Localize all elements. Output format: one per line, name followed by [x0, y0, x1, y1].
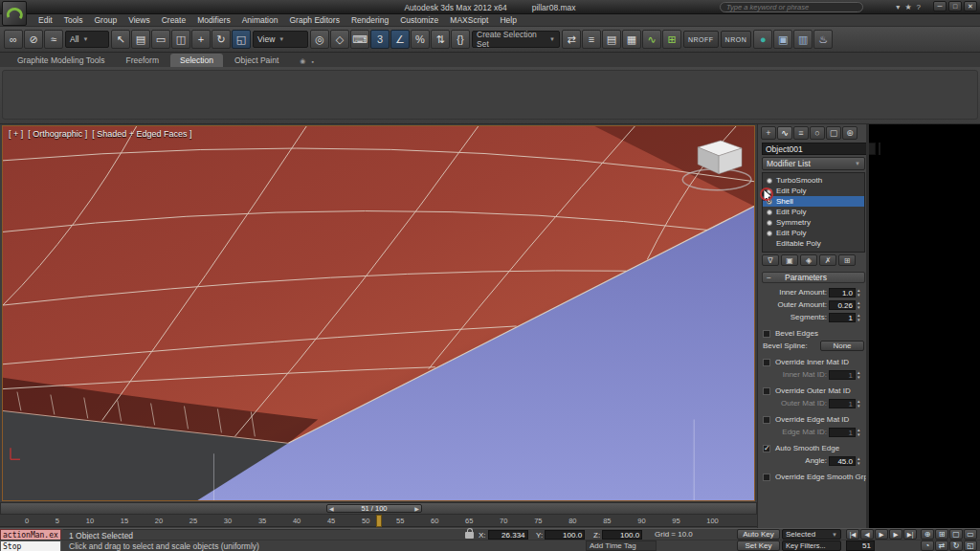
- create-tab-icon[interactable]: +: [761, 126, 776, 140]
- window-crossing-icon[interactable]: ◫: [171, 30, 190, 49]
- named-selection-sets-dropdown[interactable]: Create Selection Set▼: [472, 31, 560, 48]
- search-dropdown-icon[interactable]: ▾: [896, 3, 900, 11]
- nron-button[interactable]: NRON: [721, 31, 752, 48]
- next-frame-button[interactable]: ▶: [889, 529, 902, 540]
- previous-frame-button[interactable]: ◀: [860, 529, 874, 540]
- segments-spinner[interactable]: ▴▾: [858, 313, 864, 322]
- select-object-icon[interactable]: ↖: [111, 30, 130, 49]
- select-and-scale-icon[interactable]: ◱: [232, 30, 251, 49]
- menu-item[interactable]: Views: [122, 14, 156, 27]
- zoom-region-icon[interactable]: ▭: [964, 529, 977, 540]
- minimize-button[interactable]: ─: [933, 1, 947, 11]
- modifier-stack-item[interactable]: Shell: [763, 196, 864, 207]
- time-slider-track[interactable]: ◀ 51 / 100 ▶: [0, 502, 757, 515]
- material-editor-icon[interactable]: ●: [753, 30, 772, 49]
- select-and-move-icon[interactable]: +: [191, 30, 211, 49]
- close-button[interactable]: ✕: [964, 1, 977, 11]
- modifier-list-dropdown[interactable]: Modifier List ▼: [762, 157, 865, 170]
- inner-amount-field[interactable]: 1.0: [829, 288, 856, 298]
- edit-named-selection-sets-icon[interactable]: {}: [451, 30, 470, 49]
- remove-modifier-icon[interactable]: ✗: [819, 254, 836, 266]
- override-edge-mat-checkbox[interactable]: [763, 416, 770, 424]
- pin-stack-icon[interactable]: ∇: [762, 254, 779, 266]
- modifier-stack-item[interactable]: Symmetry: [763, 217, 864, 228]
- go-to-start-button[interactable]: |◀: [846, 529, 859, 540]
- display-tab-icon[interactable]: ▢: [826, 126, 841, 140]
- hierarchy-tab-icon[interactable]: ≡: [793, 126, 809, 140]
- modifier-onoff-bulb-icon[interactable]: [767, 188, 772, 194]
- angle-spinner[interactable]: ▴▾: [858, 456, 864, 466]
- modify-tab-icon[interactable]: ∿: [777, 126, 792, 140]
- align-icon[interactable]: ≡: [582, 30, 601, 49]
- modifier-onoff-bulb-icon[interactable]: [767, 199, 772, 205]
- select-and-rotate-icon[interactable]: ↻: [212, 30, 231, 49]
- pan-icon[interactable]: ⇄: [935, 540, 948, 551]
- y-field[interactable]: 100.0: [545, 530, 585, 540]
- select-by-name-icon[interactable]: ▤: [131, 30, 150, 49]
- maximize-button[interactable]: □: [948, 1, 962, 11]
- rectangular-selection-region-icon[interactable]: ▭: [151, 30, 170, 49]
- add-time-tag[interactable]: Add Time Tag: [586, 540, 657, 551]
- x-field[interactable]: 26.334: [488, 530, 528, 540]
- inner-amount-spinner[interactable]: ▴▾: [858, 288, 864, 298]
- ribbon-tab[interactable]: Freeform: [117, 54, 168, 67]
- help-icon[interactable]: ?: [917, 3, 921, 11]
- segments-field[interactable]: 1: [829, 313, 856, 322]
- time-slider-handle[interactable]: ◀ 51 / 100 ▶: [326, 504, 422, 513]
- previous-frame-arrow-icon[interactable]: ◀: [329, 505, 334, 512]
- ribbon-menu-icon[interactable]: ◉: [300, 57, 305, 65]
- maximize-viewport-icon[interactable]: ◱: [964, 540, 977, 551]
- field-of-view-icon[interactable]: ◔: [921, 540, 934, 551]
- auto-smooth-edge-checkbox[interactable]: [763, 445, 770, 452]
- modifier-stack-item[interactable]: Edit Poly: [763, 186, 864, 196]
- ribbon-minimize-icon[interactable]: ▪: [311, 58, 313, 65]
- outer-amount-spinner[interactable]: ▴▾: [858, 300, 864, 310]
- set-key-button[interactable]: Set Key: [737, 540, 780, 551]
- modifier-onoff-bulb-icon[interactable]: [767, 220, 772, 226]
- menu-item[interactable]: Group: [89, 14, 123, 27]
- selection-filter-dropdown[interactable]: All▼: [65, 31, 109, 48]
- object-name-field[interactable]: [762, 143, 876, 155]
- command-panel-scrollbar[interactable]: [866, 124, 869, 528]
- show-end-result-icon[interactable]: ▣: [781, 254, 798, 266]
- zoom-icon[interactable]: ⊕: [921, 529, 934, 540]
- angle-field[interactable]: 45.0: [829, 456, 856, 466]
- current-frame-marker[interactable]: [376, 515, 382, 527]
- menu-item[interactable]: Modifiers: [191, 14, 235, 27]
- go-to-end-button[interactable]: ▶|: [903, 529, 917, 540]
- modifier-stack-item[interactable]: TurboSmooth: [763, 175, 864, 186]
- bevel-spline-button[interactable]: None: [820, 341, 864, 351]
- menu-item[interactable]: Tools: [58, 14, 89, 27]
- override-edge-smooth-checkbox[interactable]: [763, 474, 770, 481]
- maxscript-mini-listener-white[interactable]: Stop: [0, 540, 61, 551]
- object-color-swatch[interactable]: [879, 143, 880, 155]
- orbit-icon[interactable]: ↻: [949, 540, 963, 551]
- modifier-onoff-bulb-icon[interactable]: [767, 231, 772, 236]
- ribbon-tab[interactable]: Selection: [170, 54, 223, 67]
- modifier-onoff-bulb-icon[interactable]: [767, 209, 772, 215]
- app-logo-icon[interactable]: [2, 1, 27, 26]
- menu-item[interactable]: Customize: [394, 14, 444, 27]
- layer-manager-icon[interactable]: ▤: [602, 30, 621, 49]
- zoom-all-icon[interactable]: ⊞: [935, 529, 948, 540]
- override-outer-mat-checkbox[interactable]: [763, 387, 770, 395]
- make-unique-icon[interactable]: ◈: [800, 254, 817, 266]
- mirror-icon[interactable]: ⇄: [562, 30, 581, 49]
- menu-item[interactable]: Create: [156, 14, 192, 27]
- key-set-dropdown[interactable]: Selected▼: [782, 529, 841, 540]
- menu-item[interactable]: Animation: [236, 14, 284, 27]
- use-pivot-center-icon[interactable]: ◎: [310, 30, 329, 49]
- selection-lock-icon[interactable]: [465, 532, 474, 539]
- ribbon-tab[interactable]: Object Paint: [225, 54, 288, 67]
- utilities-tab-icon[interactable]: ⊛: [842, 126, 858, 140]
- play-button[interactable]: ▶: [875, 529, 888, 540]
- viewport[interactable]: [ + ] [ Orthographic ] [ Shaded + Edged …: [2, 125, 755, 501]
- keyboard-override-icon[interactable]: ⌨: [350, 30, 369, 49]
- auto-key-button[interactable]: Auto Key: [737, 529, 780, 540]
- favorites-star-icon[interactable]: ★: [904, 3, 911, 11]
- menu-item[interactable]: Rendering: [345, 14, 394, 27]
- viewport-menu-general[interactable]: [ + ]: [9, 129, 23, 139]
- menu-item[interactable]: MAXScript: [444, 14, 494, 27]
- key-filters-button[interactable]: Key Filters...: [782, 540, 841, 551]
- schematic-view-icon[interactable]: ⊞: [662, 30, 681, 49]
